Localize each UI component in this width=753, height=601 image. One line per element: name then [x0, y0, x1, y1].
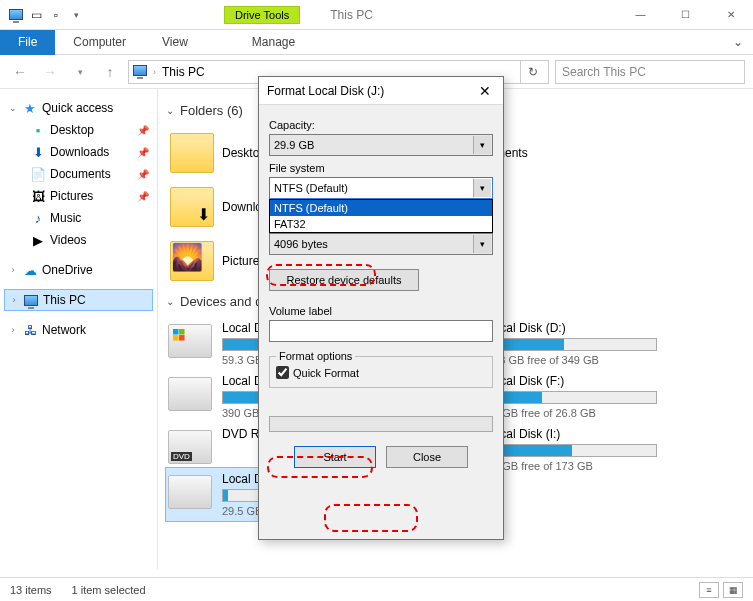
- selection-count: 1 item selected: [72, 584, 146, 596]
- star-icon: ★: [22, 100, 38, 116]
- dialog-close-button[interactable]: ✕: [475, 83, 495, 99]
- fs-option-ntfs[interactable]: NTFS (Default): [270, 200, 492, 216]
- drive-usage-bar: [487, 444, 657, 457]
- view-tab[interactable]: View: [144, 31, 206, 53]
- sidebar-desktop[interactable]: ▪Desktop📌: [4, 119, 153, 141]
- details-view-button[interactable]: ≡: [699, 582, 719, 598]
- cloud-icon: ☁: [22, 262, 38, 278]
- sidebar-music[interactable]: ♪Music: [4, 207, 153, 229]
- quick-format-input[interactable]: [276, 366, 289, 379]
- qat-new-icon[interactable]: ▫: [48, 7, 64, 23]
- fs-option-fat32[interactable]: FAT32: [270, 216, 492, 232]
- format-progress: [269, 416, 493, 432]
- sidebar-pictures[interactable]: 🖼Pictures📌: [4, 185, 153, 207]
- pin-icon: 📌: [137, 191, 149, 202]
- dialog-titlebar: Format Local Disk (J:) ✕: [259, 77, 503, 105]
- search-input[interactable]: Search This PC: [555, 60, 745, 84]
- up-button[interactable]: ↑: [98, 60, 122, 84]
- download-icon: ⬇: [30, 144, 46, 160]
- capacity-dropdown[interactable]: 29.9 GB▾: [269, 134, 493, 156]
- close-dialog-button[interactable]: Close: [386, 446, 468, 468]
- desktop-icon: ▪: [30, 122, 46, 138]
- volume-label-label: Volume label: [269, 305, 493, 317]
- start-button[interactable]: Start: [294, 446, 376, 468]
- drive-free-text: 193 GB free of 349 GB: [487, 354, 657, 366]
- sidebar-quick-access[interactable]: ⌄★ Quick access: [4, 97, 153, 119]
- sidebar-onedrive[interactable]: ›☁OneDrive: [4, 259, 153, 281]
- computer-tab[interactable]: Computer: [55, 31, 144, 53]
- qat: ▭ ▫ ▾: [0, 7, 84, 23]
- maximize-button[interactable]: ☐: [663, 0, 708, 30]
- filesystem-dropdown-list: NTFS (Default) FAT32: [269, 199, 493, 233]
- drive-name: Local Disk (D:): [487, 321, 657, 335]
- explorer-icon: [8, 7, 24, 23]
- format-dialog: Format Local Disk (J:) ✕ Capacity: 29.9 …: [258, 76, 504, 540]
- drive-free-text: 85 GB free of 173 GB: [487, 460, 657, 472]
- ribbon: File Computer View Manage ⌄: [0, 30, 753, 55]
- sidebar-this-pc[interactable]: ›This PC: [4, 289, 153, 311]
- pin-icon: 📌: [137, 169, 149, 180]
- minimize-button[interactable]: —: [618, 0, 663, 30]
- chevron-down-icon: ▾: [473, 136, 491, 154]
- video-icon: ▶: [30, 232, 46, 248]
- close-button[interactable]: ✕: [708, 0, 753, 30]
- titlebar: ▭ ▫ ▾ Drive Tools This PC — ☐ ✕: [0, 0, 753, 30]
- drive-icon: [168, 430, 212, 464]
- drive-free-text: 18 GB free of 26.8 GB: [487, 407, 657, 419]
- drive-icon: [168, 475, 212, 509]
- music-icon: ♪: [30, 210, 46, 226]
- sidebar-downloads[interactable]: ⬇Downloads📌: [4, 141, 153, 163]
- capacity-label: Capacity:: [269, 119, 493, 131]
- filesystem-label: File system: [269, 162, 493, 174]
- chevron-down-icon: ▾: [473, 179, 491, 197]
- drive-name: Local Disk (F:): [487, 374, 657, 388]
- network-icon: 🖧: [22, 322, 38, 338]
- this-pc-icon: [133, 65, 147, 79]
- picture-icon: 🖼: [30, 188, 46, 204]
- drive-tools-tab[interactable]: Drive Tools: [224, 6, 300, 24]
- sidebar-network[interactable]: ›🖧Network: [4, 319, 153, 341]
- volume-label-input[interactable]: [269, 320, 493, 342]
- window-title: This PC: [330, 8, 373, 22]
- file-tab[interactable]: File: [0, 30, 55, 55]
- format-options-legend: Format options: [276, 350, 355, 362]
- allocation-dropdown[interactable]: 4096 bytes▾: [269, 233, 493, 255]
- folder-icon: [170, 241, 214, 281]
- recent-dropdown[interactable]: ▾: [68, 60, 92, 84]
- quick-format-checkbox[interactable]: Quick Format: [276, 366, 486, 379]
- breadcrumb-this-pc[interactable]: This PC: [162, 65, 205, 79]
- item-count: 13 items: [10, 584, 52, 596]
- forward-button[interactable]: →: [38, 60, 62, 84]
- document-icon: 📄: [30, 166, 46, 182]
- drive-name: Local Disk (I:): [487, 427, 657, 441]
- monitor-icon: [23, 292, 39, 308]
- manage-tab[interactable]: Manage: [238, 31, 309, 53]
- nav-pane: ⌄★ Quick access ▪Desktop📌 ⬇Downloads📌 📄D…: [0, 89, 158, 569]
- back-button[interactable]: ←: [8, 60, 32, 84]
- drive-usage-bar: [487, 391, 657, 404]
- status-bar: 13 items 1 item selected ≡ ▦: [0, 577, 753, 601]
- format-options-group: Format options Quick Format: [269, 350, 493, 388]
- dialog-title: Format Local Disk (J:): [267, 84, 384, 98]
- sidebar-documents[interactable]: 📄Documents📌: [4, 163, 153, 185]
- explorer-window: ▭ ▫ ▾ Drive Tools This PC — ☐ ✕ File Com…: [0, 0, 753, 601]
- sidebar-videos[interactable]: ▶Videos: [4, 229, 153, 251]
- drive-icon: [168, 377, 212, 411]
- qat-dropdown-icon[interactable]: ▾: [68, 7, 84, 23]
- qat-props-icon[interactable]: ▭: [28, 7, 44, 23]
- pin-icon: 📌: [137, 125, 149, 136]
- tiles-view-button[interactable]: ▦: [723, 582, 743, 598]
- folder-icon: [170, 133, 214, 173]
- chevron-down-icon: ▾: [473, 235, 491, 253]
- folder-icon: [170, 187, 214, 227]
- refresh-button[interactable]: ↻: [520, 61, 544, 83]
- ribbon-expand-icon[interactable]: ⌄: [733, 35, 753, 49]
- filesystem-dropdown[interactable]: NTFS (Default)▾: [269, 177, 493, 199]
- drive-icon: [168, 324, 212, 358]
- restore-defaults-button[interactable]: Restore device defaults: [269, 269, 419, 291]
- pin-icon: 📌: [137, 147, 149, 158]
- drive-usage-bar: [487, 338, 657, 351]
